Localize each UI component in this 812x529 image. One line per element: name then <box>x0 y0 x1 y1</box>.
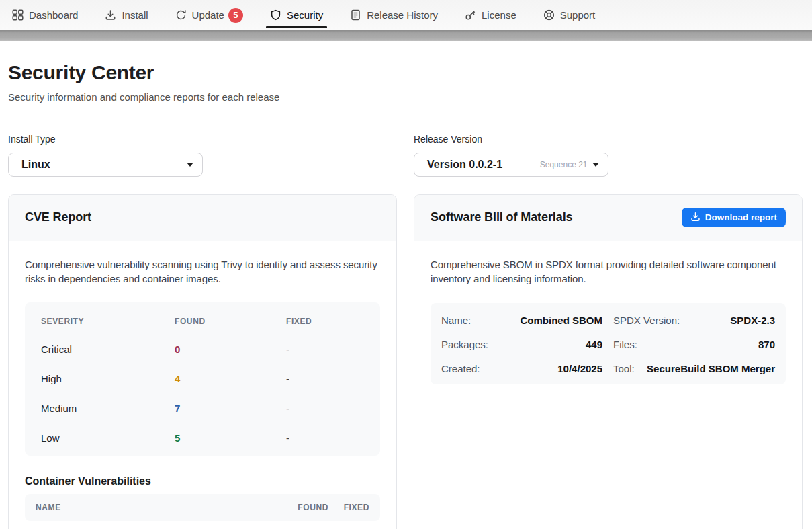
cve-description: Comprehensive vulnerability scanning usi… <box>25 257 380 286</box>
nav-label: Release History <box>367 9 438 21</box>
severity-table-header: SEVERITY FOUND FIXED <box>25 308 380 335</box>
download-report-label: Download report <box>705 212 777 222</box>
chevron-down-icon <box>592 163 599 167</box>
nav-label: Support <box>560 9 596 21</box>
container-vulnerabilities-header: NAME FOUND FIXED <box>25 494 380 521</box>
cve-card-title: CVE Report <box>25 210 91 225</box>
critical-found-count: 0 <box>175 343 286 355</box>
sbom-packages: Packages: 449 <box>441 339 602 350</box>
sbom-card-header: Software Bill of Materials Download repo… <box>414 195 802 241</box>
install-type-label: Install Type <box>8 134 397 145</box>
install-type-field: Install Type Linux <box>8 134 397 177</box>
release-version-field: Release Version Version 0.0.2-1 Sequence… <box>414 134 803 177</box>
sbom-name: Name: Combined SBOM <box>441 315 602 326</box>
severity-row-critical: Critical 0 - <box>25 335 380 364</box>
install-type-select[interactable]: Linux <box>8 153 203 177</box>
severity-table: SEVERITY FOUND FIXED Critical 0 - High 4… <box>25 302 380 456</box>
nav-label: Security <box>287 9 323 21</box>
top-nav: Dashboard Install Update 5 Security <box>0 0 812 30</box>
col-fixed: FIXED <box>286 317 364 326</box>
sbom-created: Created: 10/4/2025 <box>441 363 602 374</box>
sbom-description: Comprehensive SBOM in SPDX format provid… <box>431 257 786 286</box>
severity-row-medium: Medium 7 - <box>25 394 380 423</box>
nav-label: License <box>482 9 516 21</box>
sbom-files: Files: 870 <box>613 339 775 350</box>
severity-row-high: High 4 - <box>25 364 380 394</box>
nav-label: Dashboard <box>29 9 78 21</box>
release-version-value: Version 0.0.2-1 <box>427 159 540 171</box>
container-vulnerabilities-title: Container Vulnerabilities <box>25 475 380 487</box>
install-type-value: Linux <box>21 159 187 171</box>
nav-item-update[interactable]: Update 5 <box>175 0 243 30</box>
cve-report-card: CVE Report Comprehensive vulnerability s… <box>8 194 397 529</box>
severity-row-low: Low 5 - <box>25 423 380 453</box>
sbom-details-row: Packages: 449 Files: 870 <box>441 333 775 357</box>
low-found-count: 5 <box>175 432 286 444</box>
cards: CVE Report Comprehensive vulnerability s… <box>8 194 803 529</box>
update-count-badge: 5 <box>228 8 243 23</box>
spacer <box>25 521 380 529</box>
document-icon <box>350 9 361 21</box>
sbom-spdx-version: SPDX Version: SPDX-2.3 <box>613 315 775 326</box>
download-icon <box>105 9 116 21</box>
filters: Install Type Linux Release Version Versi… <box>8 134 803 177</box>
sbom-details: Name: Combined SBOM SPDX Version: SPDX-2… <box>431 303 786 384</box>
sbom-tool: Tool: SecureBuild SBOM Merger <box>613 363 775 374</box>
col-found: FOUND <box>298 503 328 512</box>
key-icon <box>465 9 476 21</box>
release-version-select[interactable]: Version 0.0.2-1 Sequence 21 <box>414 153 608 177</box>
top-gradient-band <box>0 30 812 41</box>
nav-item-support[interactable]: Support <box>543 0 596 30</box>
col-name: NAME <box>36 503 298 512</box>
medium-found-count: 7 <box>175 403 286 414</box>
nav-item-security[interactable]: Security <box>270 0 323 30</box>
page-title: Security Center <box>8 61 803 85</box>
download-report-button[interactable]: Download report <box>682 208 786 227</box>
dashboard-grid-icon <box>12 9 24 21</box>
col-found: FOUND <box>175 317 286 326</box>
col-fixed: FIXED <box>341 503 369 512</box>
shield-icon <box>270 9 281 21</box>
sbom-card-title: Software Bill of Materials <box>431 210 572 225</box>
page-subtitle: Security information and compliance repo… <box>8 91 803 103</box>
sbom-details-row: Created: 10/4/2025 Tool: SecureBuild SBO… <box>441 357 775 381</box>
nav-item-release-history[interactable]: Release History <box>350 0 438 30</box>
sbom-card-body: Comprehensive SBOM in SPDX format provid… <box>414 241 802 401</box>
nav-item-license[interactable]: License <box>465 0 516 30</box>
sbom-details-row: Name: Combined SBOM SPDX Version: SPDX-2… <box>441 309 775 333</box>
sbom-card: Software Bill of Materials Download repo… <box>414 194 803 529</box>
main-content: Security Center Security information and… <box>0 41 812 529</box>
release-version-label: Release Version <box>414 134 803 145</box>
nav-label: Update <box>192 9 224 21</box>
nav-item-install[interactable]: Install <box>105 0 148 30</box>
cve-card-body: Comprehensive vulnerability scanning usi… <box>9 241 396 529</box>
high-found-count: 4 <box>175 373 286 384</box>
cve-card-header: CVE Report <box>9 195 396 241</box>
nav-item-dashboard[interactable]: Dashboard <box>12 0 78 30</box>
col-severity: SEVERITY <box>41 317 175 326</box>
chevron-down-icon <box>187 163 193 167</box>
refresh-icon <box>175 9 187 21</box>
release-version-sequence: Sequence 21 <box>540 160 588 169</box>
download-icon <box>690 212 701 224</box>
nav-label: Install <box>122 9 148 21</box>
lifebuoy-icon <box>543 9 555 21</box>
